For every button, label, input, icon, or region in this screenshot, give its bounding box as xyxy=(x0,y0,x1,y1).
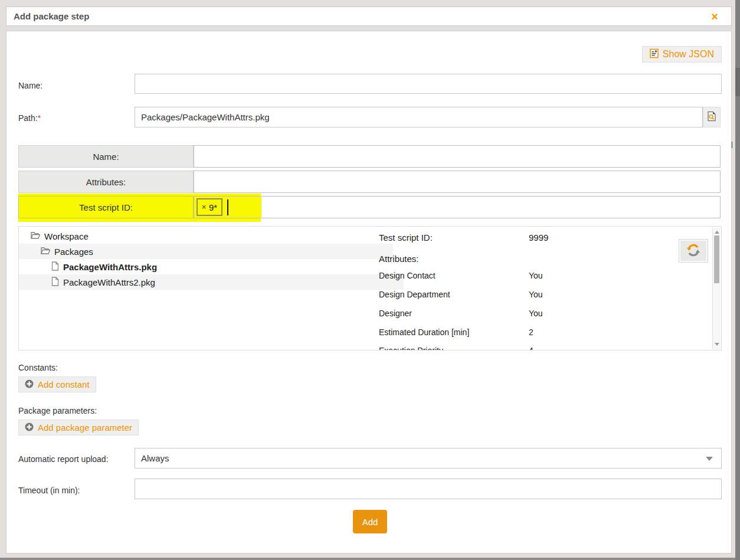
detail-attributes-label: Attributes: xyxy=(379,254,419,264)
report-upload-value: Always xyxy=(141,453,169,463)
tree-item-packages[interactable]: Packages xyxy=(19,244,393,259)
tree-item-packagewithattrs[interactable]: PackageWithAttrs.pkg xyxy=(19,259,404,274)
row-test-script-id-label: Test script ID: xyxy=(18,196,194,218)
dialog-body: Show JSON Name: Path:* Name: Attributes:… xyxy=(6,31,732,554)
table-row-attributes: Attributes: xyxy=(18,171,721,193)
folder-open-icon xyxy=(41,247,50,257)
tree-item-label: PackageWithAttrs.pkg xyxy=(63,262,157,272)
attr-value: You xyxy=(529,271,543,280)
plus-circle-icon xyxy=(25,423,34,433)
details-scrollbar[interactable] xyxy=(712,227,721,349)
detail-attr-row: Designer You xyxy=(379,309,412,318)
package-browser: Workspace Packages PackageWithAttrs.pkg … xyxy=(18,226,722,351)
show-json-button[interactable]: Show JSON xyxy=(642,46,722,63)
scrollbar-thumb[interactable] xyxy=(714,235,719,283)
add-package-parameter-button[interactable]: Add package parameter xyxy=(18,420,139,435)
chip-text: 9* xyxy=(209,202,217,212)
required-asterisk: * xyxy=(38,113,41,123)
attr-name: Execution Priority xyxy=(379,346,443,351)
highlight-smear-bottom xyxy=(18,218,261,222)
preview-document-icon xyxy=(707,111,716,123)
tree-item-label: Workspace xyxy=(44,231,89,241)
table-row-name: Name: xyxy=(18,145,721,168)
path-label: Path:* xyxy=(18,113,41,123)
dialog-screen: Add package step × Show JSON Name: Path:… xyxy=(0,0,740,560)
attr-value: You xyxy=(529,290,543,299)
add-button[interactable]: Add xyxy=(353,510,387,533)
detail-attr-row: Estimated Duration [min] 2 xyxy=(379,328,469,337)
tree-item-label: Packages xyxy=(54,247,93,257)
report-upload-label: Automatic report upload: xyxy=(18,454,109,464)
detail-attr-row: Design Contact You xyxy=(379,271,436,280)
add-package-parameter-label: Add package parameter xyxy=(38,423,132,433)
name-input[interactable] xyxy=(135,74,722,94)
plus-circle-icon xyxy=(25,379,34,390)
attr-name: Design Contact xyxy=(379,271,436,280)
chevron-down-icon xyxy=(706,457,713,461)
row-name-input[interactable] xyxy=(194,145,721,168)
scroll-down-icon[interactable] xyxy=(715,343,719,346)
detail-attr-row: Design Department You xyxy=(379,290,450,299)
window-bottom-edge xyxy=(0,558,735,560)
attr-value: 4 xyxy=(529,346,533,351)
highlight-smear-top xyxy=(18,194,261,196)
dialog-title: Add package step xyxy=(14,11,89,21)
table-row-test-script-id: Test script ID: × 9* xyxy=(18,196,721,218)
window-scrollbar-thumb[interactable] xyxy=(735,68,740,96)
timeout-label: Timeout (in min): xyxy=(18,486,80,495)
report-upload-select[interactable]: Always xyxy=(135,448,722,469)
attr-value: 2 xyxy=(529,328,533,337)
row-test-script-id-input[interactable]: × 9* xyxy=(194,196,721,218)
row-name-label: Name: xyxy=(18,145,194,168)
attr-name: Estimated Duration [min] xyxy=(379,328,469,337)
text-caret xyxy=(227,199,228,215)
details-pane: Test script ID: 9999 Attributes: Design … xyxy=(373,227,713,351)
path-label-text: Path: xyxy=(18,113,38,123)
add-constant-label: Add constant xyxy=(38,379,90,389)
dialog-titlebar: Add package step × xyxy=(6,6,732,26)
refresh-button[interactable] xyxy=(679,239,708,263)
json-document-icon xyxy=(650,48,659,61)
row-attributes-label: Attributes: xyxy=(18,171,194,193)
detail-test-script-id-row: Test script ID: 9999 xyxy=(379,232,433,243)
add-constant-button[interactable]: Add constant xyxy=(18,376,96,392)
tree-item-label: PackageWithAttrs2.pkg xyxy=(63,277,155,287)
attr-name: Designer xyxy=(379,309,412,318)
chip-remove-icon[interactable]: × xyxy=(202,203,206,211)
scroll-up-icon[interactable] xyxy=(715,231,719,234)
folder-open-icon xyxy=(31,231,40,241)
detail-test-script-id-value: 9999 xyxy=(529,232,548,243)
file-icon xyxy=(51,277,59,288)
test-script-id-chip[interactable]: × 9* xyxy=(197,198,222,216)
attr-value: You xyxy=(529,309,543,318)
constants-label: Constants: xyxy=(18,363,58,372)
package-parameters-label: Package parameters: xyxy=(18,406,97,415)
name-label: Name: xyxy=(18,81,42,90)
tree-item-packagewithattrs2[interactable]: PackageWithAttrs2.pkg xyxy=(19,274,404,290)
detail-test-script-id-label: Test script ID: xyxy=(379,232,433,243)
show-json-label: Show JSON xyxy=(663,49,714,60)
refresh-icon xyxy=(686,243,701,260)
path-input[interactable] xyxy=(135,107,703,127)
detail-attr-row: Execution Priority 4 xyxy=(379,346,443,351)
tree-item-workspace[interactable]: Workspace xyxy=(19,228,383,244)
timeout-input[interactable] xyxy=(135,479,722,499)
close-icon[interactable]: × xyxy=(711,9,718,24)
file-icon xyxy=(51,261,59,273)
browse-path-button[interactable] xyxy=(703,107,721,127)
row-attributes-input[interactable] xyxy=(194,171,721,193)
attr-name: Design Department xyxy=(379,290,450,299)
